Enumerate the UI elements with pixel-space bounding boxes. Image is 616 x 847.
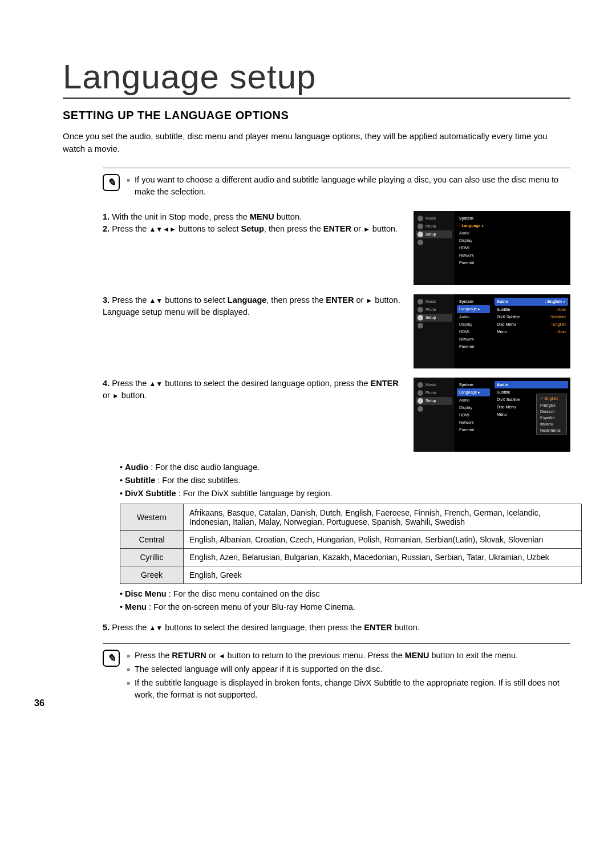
note-block-bottom: ✎ ■ Press the RETURN or ◄ button to retu… bbox=[103, 643, 570, 703]
osd-screenshot-3: Music Photo Setup System Language ▸ Audi… bbox=[414, 378, 570, 452]
step-5: 5. Press the ▲▼ buttons to select the de… bbox=[103, 622, 570, 634]
note-block-top: ✎ ■ If you want to choose a different au… bbox=[103, 168, 570, 200]
osd-screenshot-2: Music Photo Setup System Language ▸ Audi… bbox=[414, 294, 570, 368]
table-row: Cyrillic English, Azeri, Belarusian, Bul… bbox=[120, 549, 582, 566]
table-row: Western Afrikaans, Basque, Catalan, Dani… bbox=[120, 504, 582, 531]
divx-region-table: Western Afrikaans, Basque, Catalan, Dani… bbox=[120, 504, 582, 584]
note-top-text: If you want to choose a different audio … bbox=[135, 174, 570, 198]
pencil-note-icon: ✎ bbox=[103, 174, 120, 191]
table-row: Greek English, Greek bbox=[120, 566, 582, 584]
table-row: Central English, Albanian, Croatian, Cze… bbox=[120, 531, 582, 549]
language-dropdown: ✓ English Français Deutsch Español Itali… bbox=[536, 394, 567, 435]
step-3: 3. Press the ▲▼ buttons to select Langua… bbox=[103, 294, 414, 319]
page-number: 36 bbox=[34, 698, 44, 708]
step-2: 2. Press the ▲▼◄► buttons to select Setu… bbox=[103, 223, 402, 236]
pencil-note-icon: ✎ bbox=[103, 650, 120, 667]
intro-paragraph: Once you set the audio, subtitle, disc m… bbox=[63, 130, 570, 155]
bullet-square-icon: ■ bbox=[127, 176, 130, 198]
step-4: 4. Press the ▲▼ buttons to select the de… bbox=[103, 378, 414, 403]
option-bullet-list-2: Disc Menu : For the disc menu contained … bbox=[120, 587, 570, 614]
note-bottom-3: If the subtitle language is displayed in… bbox=[135, 677, 570, 701]
page-title: Language setup bbox=[63, 57, 570, 99]
bullet-square-icon: ■ bbox=[127, 652, 130, 662]
bullet-square-icon: ■ bbox=[127, 666, 130, 675]
option-bullet-list: Audio : For the disc audio language. Sub… bbox=[120, 461, 570, 501]
section-heading: SETTING UP THE LANGUAGE OPTIONS bbox=[63, 109, 570, 122]
note-bottom-1: Press the RETURN or ◄ button to return t… bbox=[135, 650, 518, 662]
note-bottom-2: The selected language will only appear i… bbox=[135, 663, 382, 675]
osd-screenshot-1: Music Photo Setup System ◦ Language ▸ Au… bbox=[414, 211, 570, 285]
bullet-square-icon: ■ bbox=[127, 679, 130, 701]
step-1: 1. With the unit in Stop mode, press the… bbox=[103, 211, 402, 224]
